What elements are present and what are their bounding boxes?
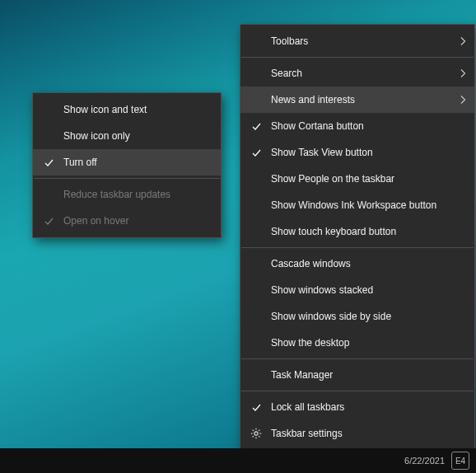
- menu-label: Search: [271, 68, 302, 79]
- submenu-item-reduce-updates: Reduce taskbar updates: [33, 181, 221, 208]
- menu-label: Reduce taskbar updates: [63, 189, 170, 200]
- menu-label: Show icon and text: [63, 104, 147, 115]
- gear-icon: [247, 420, 265, 447]
- menu-item-news-and-interests[interactable]: News and interests: [240, 87, 474, 113]
- check-icon: [247, 113, 265, 139]
- menu-label: Lock all taskbars: [271, 401, 344, 413]
- submenu-item-turn-off[interactable]: Turn off: [33, 149, 221, 176]
- menu-item-people[interactable]: Show People on the taskbar: [240, 166, 474, 192]
- menu-label: Taskbar settings: [271, 428, 343, 439]
- menu-item-side-by-side[interactable]: Show windows side by side: [240, 303, 474, 330]
- menu-item-touch-keyboard[interactable]: Show touch keyboard button: [240, 218, 474, 245]
- separator: [241, 247, 474, 248]
- separator: [34, 178, 220, 179]
- check-icon: [40, 149, 58, 176]
- menu-label: News and interests: [271, 94, 355, 105]
- menu-item-stacked[interactable]: Show windows stacked: [240, 277, 474, 303]
- check-icon: [40, 208, 58, 234]
- menu-label: Show Windows Ink Workspace button: [271, 199, 436, 211]
- svg-line-5: [253, 430, 254, 431]
- chevron-right-icon: [460, 37, 466, 46]
- menu-item-taskview[interactable]: Show Task View button: [240, 139, 474, 166]
- separator: [241, 391, 474, 391]
- desktop-background: Toolbars Search News and interests Show …: [0, 0, 476, 473]
- ime-label: E4: [455, 457, 465, 466]
- menu-item-cortana[interactable]: Show Cortana button: [240, 113, 474, 139]
- menu-item-taskbar-settings[interactable]: Taskbar settings: [240, 420, 474, 447]
- svg-line-8: [253, 436, 254, 437]
- submenu-item-open-on-hover: Open on hover: [33, 208, 221, 234]
- taskbar-context-menu: Toolbars Search News and interests Show …: [240, 24, 475, 451]
- menu-item-task-manager[interactable]: Task Manager: [240, 362, 474, 388]
- menu-label: Show touch keyboard button: [271, 226, 396, 237]
- menu-item-lock-taskbars[interactable]: Lock all taskbars: [240, 394, 474, 420]
- chevron-right-icon: [460, 69, 466, 78]
- menu-item-toolbars[interactable]: Toolbars: [240, 28, 474, 54]
- chevron-right-icon: [460, 96, 466, 105]
- menu-label: Show icon only: [63, 130, 130, 142]
- menu-label: Show windows side by side: [271, 311, 391, 322]
- svg-line-7: [259, 430, 259, 431]
- menu-item-ink[interactable]: Show Windows Ink Workspace button: [240, 192, 474, 218]
- check-icon: [247, 394, 265, 420]
- menu-label: Show Cortana button: [271, 120, 364, 132]
- menu-label: Show windows stacked: [271, 284, 373, 296]
- menu-item-cascade[interactable]: Cascade windows: [240, 251, 474, 277]
- check-icon: [247, 139, 265, 166]
- submenu-item-icon-text[interactable]: Show icon and text: [33, 96, 221, 123]
- submenu-item-icon-only[interactable]: Show icon only: [33, 123, 221, 149]
- news-interests-submenu: Show icon and text Show icon only Turn o…: [32, 92, 222, 238]
- menu-label: Task Manager: [271, 369, 333, 381]
- separator: [241, 358, 474, 359]
- taskbar[interactable]: 6/22/2021 E4: [0, 448, 476, 473]
- svg-point-0: [254, 432, 258, 435]
- menu-item-show-desktop[interactable]: Show the desktop: [240, 330, 474, 356]
- menu-item-search[interactable]: Search: [240, 60, 474, 87]
- svg-line-6: [259, 436, 259, 437]
- menu-label: Show the desktop: [271, 337, 349, 349]
- taskbar-date[interactable]: 6/22/2021: [404, 456, 445, 466]
- menu-label: Open on hover: [63, 215, 128, 227]
- separator: [241, 57, 474, 58]
- menu-label: Show People on the taskbar: [271, 173, 394, 185]
- menu-label: Show Task View button: [271, 147, 373, 158]
- menu-label: Cascade windows: [271, 258, 351, 269]
- menu-label: Turn off: [63, 157, 97, 168]
- menu-label: Toolbars: [271, 35, 308, 47]
- ime-indicator[interactable]: E4: [451, 452, 469, 470]
